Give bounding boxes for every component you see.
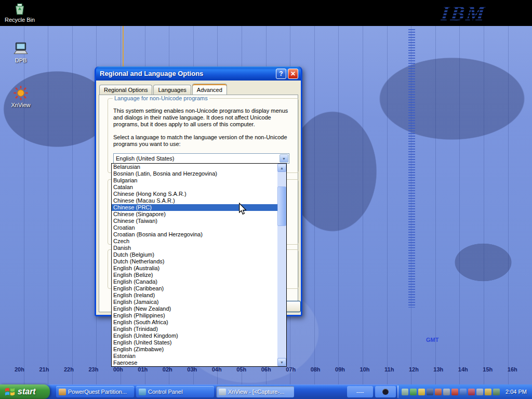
- laptop-icon: [12, 42, 30, 56]
- language-list-item[interactable]: English (Caribbean): [112, 285, 277, 292]
- tray-icon-4[interactable]: [427, 389, 433, 395]
- dialog-tab[interactable]: Regional Options: [99, 85, 152, 95]
- tray-icon-10[interactable]: [476, 389, 483, 395]
- timezone-hour-label: 22h: [64, 366, 74, 373]
- timezone-hour-label: 20h: [15, 366, 24, 373]
- ibm-logo: IBM: [440, 1, 488, 25]
- language-list-item[interactable]: Dutch (Belgium): [112, 251, 277, 258]
- language-list-item[interactable]: English (Trinidad): [112, 326, 277, 332]
- taskbar: start PowerQuest Partition... Control Pa…: [0, 384, 532, 399]
- timezone-hour-label: 04h: [212, 366, 222, 373]
- language-list-item[interactable]: Belarusian: [112, 164, 277, 170]
- dialog-tabs: Regional OptionsLanguagesAdvanced: [99, 85, 228, 95]
- timezone-hour-label: 23h: [88, 366, 98, 373]
- help-button[interactable]: ?: [276, 69, 286, 79]
- combobox-value: English (United States): [114, 155, 280, 162]
- language-list-item[interactable]: English (United Kingdom): [112, 332, 277, 339]
- taskbar-window-button[interactable]: PowerQuest Partition...: [56, 386, 134, 397]
- dropdown-scrollbar[interactable]: ▲ ▼: [277, 164, 286, 366]
- dialog-title: Regional and Language Options: [100, 70, 274, 77]
- timezone-hour-label: 07h: [286, 366, 296, 373]
- timezone-hour-label: 09h: [335, 366, 345, 373]
- scroll-up-button[interactable]: ▲: [277, 164, 286, 172]
- language-list-item[interactable]: English (Philippines): [112, 312, 277, 319]
- taskbar-window-button[interactable]: Control Panel: [136, 386, 214, 397]
- timezone-hour-label: 06h: [261, 366, 271, 373]
- tray-icon-7[interactable]: [451, 389, 458, 395]
- language-list-item[interactable]: Croatian: [112, 224, 277, 231]
- dialog-tab[interactable]: Languages: [153, 85, 191, 95]
- tray-icon-5[interactable]: [435, 389, 442, 395]
- tray-icon-1[interactable]: [402, 389, 408, 395]
- window-app-icon: [219, 389, 226, 395]
- scrollbar-thumb[interactable]: [277, 187, 286, 226]
- language-list-item[interactable]: Danish: [112, 245, 277, 251]
- language-list-item[interactable]: Dutch (Netherlands): [112, 258, 277, 265]
- deskband-app[interactable]: [375, 386, 396, 397]
- tray-icon-2[interactable]: [410, 389, 417, 395]
- select-language-instruction: Select a language to match the language …: [113, 134, 295, 148]
- language-list-item[interactable]: Chinese (Taiwan): [112, 218, 277, 224]
- language-list-item[interactable]: English (Australia): [112, 265, 277, 272]
- windows-flag-icon: [4, 387, 16, 397]
- language-list-item[interactable]: Chinese (Macau S.A.R.): [112, 197, 277, 204]
- language-list-item[interactable]: Bosnian (Latin, Bosnia and Herzegovina): [112, 170, 277, 177]
- chevron-down-icon[interactable]: ▼: [280, 154, 288, 163]
- timezone-hour-label: 08h: [311, 366, 321, 373]
- scroll-down-button[interactable]: ▼: [277, 358, 286, 366]
- language-list-item[interactable]: Czech: [112, 238, 277, 245]
- taskbar-clock[interactable]: 2:04 PM: [504, 389, 527, 395]
- timezone-hour-label: 05h: [236, 366, 246, 373]
- timezone-hour-label: 16h: [508, 366, 517, 373]
- xnview-icon: [13, 85, 29, 101]
- desktop-icon-recycle-bin[interactable]: Recycle Bin: [4, 2, 35, 23]
- tray-icon-9[interactable]: [468, 389, 475, 395]
- tray-icon-12[interactable]: [493, 389, 500, 395]
- timezone-hour-label: 00h: [113, 366, 123, 373]
- window-app-icon: [139, 389, 146, 395]
- language-list-item[interactable]: English (South Africa): [112, 319, 277, 326]
- language-list-item[interactable]: Bulgarian: [112, 177, 277, 184]
- desktop-icon-label: DPB: [5, 57, 36, 63]
- language-list-item[interactable]: English (New Zealand): [112, 305, 277, 312]
- timezone-hour-label: 14h: [458, 366, 468, 373]
- start-button[interactable]: start: [0, 384, 50, 399]
- language-list-item[interactable]: English (United States): [112, 339, 277, 346]
- timezone-hour-label: 21h: [39, 366, 49, 373]
- language-combobox[interactable]: English (United States) ▼: [113, 153, 289, 164]
- tray-icon-8[interactable]: [460, 389, 467, 395]
- gmt-label: GMT: [426, 337, 438, 343]
- timezone-hour-label: 15h: [483, 366, 493, 373]
- language-list-item[interactable]: Faeroese: [112, 360, 277, 366]
- scrollbar-track[interactable]: [277, 172, 286, 358]
- deskband-app-icon: [382, 389, 389, 395]
- group-box-title: Language for non-Unicode programs: [113, 95, 209, 101]
- language-list-item[interactable]: English (Ireland): [112, 292, 277, 299]
- language-list-item[interactable]: English (Belize): [112, 272, 277, 278]
- close-button[interactable]: ✕: [288, 69, 298, 79]
- deskband-collapsed[interactable]: ----: [347, 386, 373, 397]
- tray-icon-11[interactable]: [485, 389, 491, 395]
- tray-icon-6[interactable]: [443, 389, 450, 395]
- language-list-item[interactable]: Croatian (Bosnia and Herzegovina): [112, 231, 277, 238]
- desktop-icon-dpb[interactable]: DPB: [5, 42, 36, 63]
- language-list-item[interactable]: English (Zimbabwe): [112, 346, 277, 353]
- desktop: IBM GMT 20h21h22h23h00h01h02h03h04h05h06…: [0, 0, 532, 399]
- language-list-item[interactable]: Chinese (PRC): [112, 204, 277, 211]
- language-list-item[interactable]: Estonian: [112, 353, 277, 360]
- language-dropdown-list: BelarusianBosnian (Latin, Bosnia and Her…: [111, 163, 287, 367]
- dialog-tab[interactable]: Advanced: [192, 84, 227, 95]
- tray-icon-3[interactable]: [418, 389, 425, 395]
- timezone-hour-label: 01h: [138, 366, 148, 373]
- taskbar-window-button[interactable]: XnView - [<Capture-...: [216, 386, 294, 397]
- language-list-item[interactable]: Catalan: [112, 184, 277, 191]
- language-list-item[interactable]: English (Jamaica): [112, 299, 277, 305]
- dialog-titlebar[interactable]: Regional and Language Options ? ✕: [96, 66, 301, 81]
- language-list-item[interactable]: Chinese (Hong Kong S.A.R.): [112, 191, 277, 197]
- desktop-icon-xnview[interactable]: XnView: [5, 85, 36, 108]
- language-list-item[interactable]: Chinese (Singapore): [112, 211, 277, 218]
- close-icon: ✕: [290, 70, 296, 77]
- timezone-marker-line: [123, 26, 124, 70]
- timezone-hour-label: 13h: [433, 366, 443, 373]
- language-list-item[interactable]: English (Canada): [112, 278, 277, 285]
